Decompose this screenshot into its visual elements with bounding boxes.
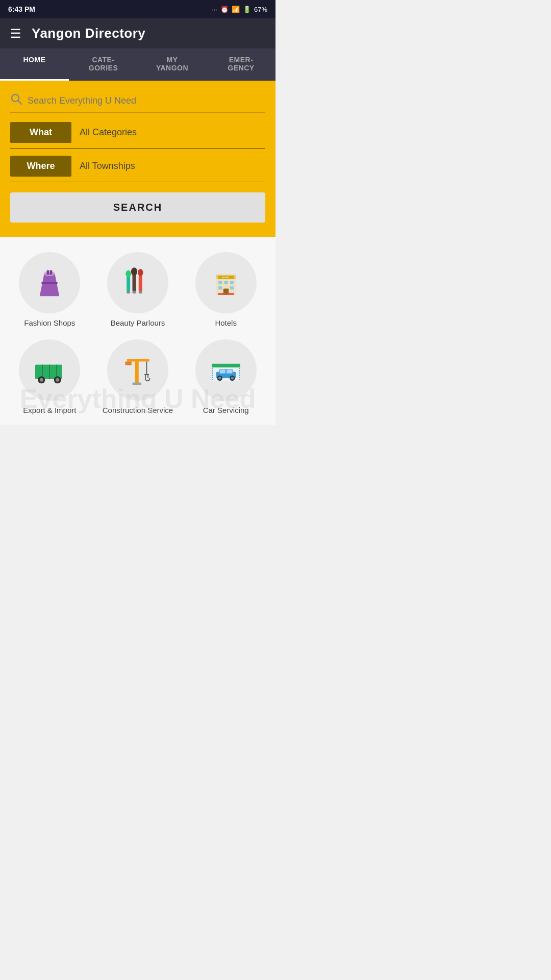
signal-icon: 📶 — [232, 6, 240, 13]
where-label: Where — [10, 156, 71, 177]
battery-percent: 67% — [254, 6, 267, 13]
svg-point-4 — [44, 272, 55, 276]
top-bar: ☰ Yangon Directory — [0, 18, 276, 48]
search-section: What All Categories Where All Townships … — [0, 81, 276, 237]
search-input[interactable] — [28, 95, 265, 106]
status-bar: 6:43 PM ··· ⏰ 📶 🔋 67% — [0, 0, 276, 18]
hamburger-icon[interactable]: ☰ — [10, 27, 21, 41]
svg-point-9 — [126, 271, 131, 278]
svg-rect-5 — [47, 271, 49, 275]
beauty-icon-circle — [107, 252, 168, 313]
svg-point-33 — [40, 378, 43, 382]
what-value[interactable]: All Categories — [80, 127, 265, 138]
fashion-label: Fashion Shops — [24, 318, 75, 327]
status-time: 6:43 PM — [8, 5, 35, 13]
app-title: Yangon Directory — [32, 26, 145, 41]
svg-rect-7 — [42, 282, 58, 284]
svg-rect-21 — [218, 281, 222, 284]
export-label: Export & Import — [23, 406, 76, 414]
svg-point-51 — [218, 377, 221, 379]
svg-rect-22 — [224, 281, 228, 284]
svg-marker-3 — [40, 274, 60, 297]
status-icons: ··· ⏰ 📶 🔋 67% — [212, 6, 267, 13]
category-export[interactable]: Export & Import — [8, 339, 91, 414]
what-filter-row: What All Categories — [10, 122, 265, 149]
svg-line-1 — [18, 101, 22, 105]
where-filter-row: Where All Townships — [10, 156, 265, 182]
svg-rect-10 — [132, 274, 136, 292]
battery-icon: 🔋 — [243, 6, 251, 13]
svg-rect-23 — [230, 281, 234, 284]
fashion-icon-circle — [19, 252, 80, 313]
svg-rect-45 — [212, 364, 240, 368]
beauty-label: Beauty Parlours — [111, 318, 165, 327]
where-value[interactable]: All Townships — [80, 161, 265, 172]
dots-icon: ··· — [212, 6, 217, 13]
categories-grid: Fashion Shops — [8, 252, 267, 414]
svg-rect-24 — [218, 286, 222, 289]
svg-rect-37 — [127, 359, 149, 361]
svg-point-11 — [131, 267, 137, 276]
svg-point-53 — [231, 377, 233, 379]
alarm-icon: ⏰ — [220, 6, 229, 13]
svg-rect-48 — [219, 370, 225, 373]
construction-icon-circle — [107, 339, 168, 401]
svg-marker-27 — [218, 293, 234, 295]
tab-home[interactable]: HOME — [0, 48, 69, 81]
svg-rect-6 — [50, 271, 52, 275]
what-label: What — [10, 122, 71, 143]
svg-rect-38 — [125, 361, 131, 365]
tab-categories[interactable]: CATE-GORIES — [69, 48, 138, 81]
svg-rect-25 — [230, 286, 234, 289]
svg-point-35 — [56, 378, 60, 382]
tab-emergency[interactable]: EMER-GENCY — [207, 48, 276, 81]
svg-rect-49 — [227, 370, 232, 373]
category-beauty[interactable]: Beauty Parlours — [96, 252, 180, 327]
car-label: Car Servicing — [203, 406, 249, 414]
svg-rect-43 — [132, 383, 141, 385]
svg-rect-36 — [135, 359, 139, 383]
search-icon — [10, 93, 22, 108]
svg-point-13 — [138, 269, 143, 276]
tab-myyangon[interactable]: MYYANGON — [138, 48, 207, 81]
search-button[interactable]: SEARCH — [10, 192, 265, 223]
svg-rect-12 — [139, 275, 142, 291]
hotels-label: Hotels — [215, 318, 237, 327]
export-icon-circle — [19, 339, 80, 401]
tab-navigation: HOME CATE-GORIES MYYANGON EMER-GENCY — [0, 48, 276, 81]
car-icon-circle — [195, 339, 257, 401]
svg-rect-8 — [127, 276, 130, 292]
search-bar — [10, 93, 265, 113]
svg-rect-16 — [139, 291, 142, 293]
svg-text:HOTEL: HOTEL — [222, 276, 230, 279]
construction-label: Construction Service — [103, 406, 173, 414]
category-car[interactable]: Car Servicing — [184, 339, 267, 414]
svg-rect-15 — [132, 291, 136, 293]
category-construction[interactable]: Construction Service — [96, 339, 180, 414]
hotels-icon-circle: HOTEL — [195, 252, 257, 313]
category-fashion[interactable]: Fashion Shops — [8, 252, 91, 327]
svg-rect-14 — [127, 291, 130, 293]
category-hotels[interactable]: HOTEL Hotels — [184, 252, 267, 327]
categories-section: Fashion Shops — [0, 237, 276, 425]
